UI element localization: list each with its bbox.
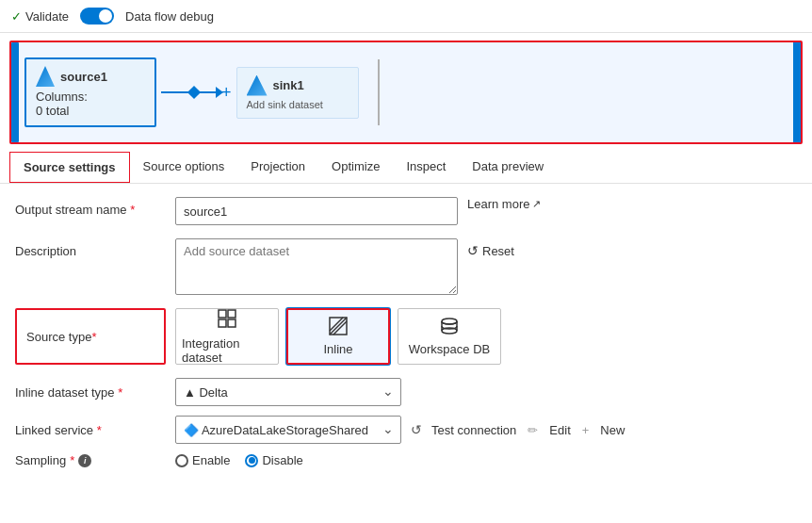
test-connection-button[interactable]: Test connection <box>431 423 516 437</box>
connector-arrow <box>216 87 223 98</box>
connector-line <box>161 91 218 93</box>
linked-service-required: * <box>97 423 102 437</box>
source-columns-label: Columns: <box>36 90 145 104</box>
debug-label: Data flow debug <box>125 9 214 24</box>
description-label: Description <box>15 238 166 258</box>
refresh-icon[interactable]: ↺ <box>411 422 422 437</box>
canvas-vbar-right <box>793 42 801 142</box>
tab-source-options[interactable]: Source options <box>130 152 238 183</box>
linked-service-select[interactable]: 🔷 AzureDataLakeStorageShared <box>175 416 401 444</box>
sampling-info-icon[interactable]: i <box>78 454 91 467</box>
inline-icon <box>329 317 348 338</box>
svg-rect-2 <box>219 319 226 327</box>
source-type-workspace-btn[interactable]: Workspace DB <box>398 308 501 365</box>
inline-dataset-type-row: Inline dataset type * ▲ Delta <box>15 378 797 406</box>
validate-label[interactable]: Validate <box>25 9 69 24</box>
sampling-disable-option[interactable]: Disable <box>245 453 302 467</box>
source-type-required: * <box>91 330 96 344</box>
tabs-row: Source settings Source options Projectio… <box>0 152 812 184</box>
debug-toggle[interactable] <box>80 8 114 25</box>
inline-dataset-select[interactable]: ▲ Delta <box>175 378 401 406</box>
inline-dataset-type-label: Inline dataset type * <box>15 385 166 400</box>
validate-check: ✓ Validate <box>11 9 69 24</box>
source-node-header: source1 <box>36 67 145 86</box>
output-stream-row: Output stream name * Learn more ↗ <box>15 197 797 225</box>
form-area: Output stream name * Learn more ↗ Descri… <box>0 184 812 523</box>
separator2: + <box>582 423 590 437</box>
description-textarea[interactable] <box>175 238 458 295</box>
output-stream-input[interactable] <box>175 197 458 225</box>
grid-icon <box>218 309 236 333</box>
toolbar: ✓ Validate Data flow debug <box>0 0 812 33</box>
edit-button[interactable]: Edit <box>549 423 570 437</box>
linked-service-label: Linked service * <box>15 423 166 437</box>
tab-data-preview[interactable]: Data preview <box>459 152 557 183</box>
reset-icon: ↺ <box>467 243 479 258</box>
canvas-inner: source1 Columns: 0 total + sink1 Add sin… <box>11 42 801 142</box>
sampling-radio-group: Enable Disable <box>175 453 303 467</box>
svg-rect-3 <box>228 319 235 327</box>
canvas-area: source1 Columns: 0 total + sink1 Add sin… <box>9 41 803 144</box>
output-stream-required: * <box>130 203 135 217</box>
new-button[interactable]: New <box>600 423 625 437</box>
source-columns-value: 0 total <box>36 104 145 118</box>
source-type-label: Source type * <box>15 308 166 365</box>
inline-dataset-required: * <box>118 385 122 400</box>
source-node[interactable]: source1 Columns: 0 total <box>24 57 156 127</box>
svg-line-5 <box>330 318 347 335</box>
description-controls: ↺ Reset <box>175 238 797 295</box>
source-type-inline-btn[interactable]: Inline <box>286 308 390 365</box>
linked-service-actions: Test connection ✏ Edit + New <box>431 423 625 437</box>
db-icon <box>440 317 459 338</box>
sampling-enable-option[interactable]: Enable <box>175 453 230 467</box>
source-sub: Columns: 0 total <box>36 90 145 118</box>
connector-diamond <box>187 86 201 99</box>
sink-sub: Add sink dataset <box>247 99 349 110</box>
tab-source-settings[interactable]: Source settings <box>9 152 130 183</box>
linked-service-row: Linked service * 🔷 AzureDataLakeStorageS… <box>15 416 797 444</box>
sampling-row: Sampling * i Enable Disable <box>15 453 797 467</box>
svg-rect-0 <box>219 310 226 318</box>
description-row: Description ↺ Reset <box>15 238 797 295</box>
svg-rect-1 <box>228 310 235 318</box>
sampling-label: Sampling * i <box>15 453 166 467</box>
sampling-required: * <box>70 453 74 467</box>
enable-radio[interactable] <box>175 454 188 467</box>
output-stream-controls: Learn more ↗ <box>175 197 797 225</box>
sink-node[interactable]: sink1 Add sink dataset <box>236 67 359 119</box>
tab-projection[interactable]: Projection <box>237 152 318 183</box>
source-name: source1 <box>60 70 107 84</box>
linked-service-select-wrapper: 🔷 AzureDataLakeStorageShared <box>175 416 401 444</box>
reset-button[interactable]: ↺ Reset <box>467 238 514 263</box>
separator1: ✏ <box>528 423 538 437</box>
sink-label: sink1 <box>247 75 349 96</box>
toggle-knob <box>99 9 112 23</box>
tab-inspect[interactable]: Inspect <box>393 152 459 183</box>
sink-name: sink1 <box>273 78 304 92</box>
check-icon: ✓ <box>11 9 22 24</box>
external-link-icon: ↗ <box>532 198 541 210</box>
output-stream-label: Output stream name * <box>15 197 166 217</box>
source-type-row: Source type * Integration dataset <box>15 308 797 365</box>
tab-optimize[interactable]: Optimize <box>318 152 393 183</box>
source-type-integration-btn[interactable]: Integration dataset <box>175 308 279 365</box>
disable-radio[interactable] <box>245 454 258 467</box>
canvas-vbar-left <box>11 42 19 142</box>
source-type-options: Integration dataset Inline <box>175 308 797 365</box>
inline-dataset-select-wrapper: ▲ Delta <box>175 378 401 406</box>
learn-more-link[interactable]: Learn more ↗ <box>467 197 541 211</box>
source-icon <box>36 67 55 86</box>
connector: + <box>156 83 236 103</box>
canvas-separator <box>378 59 380 125</box>
